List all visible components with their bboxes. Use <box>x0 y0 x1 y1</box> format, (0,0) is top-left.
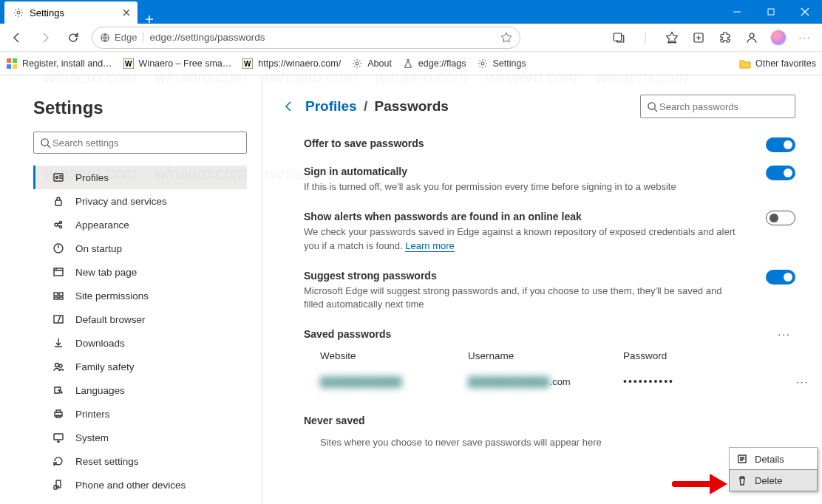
trash-icon <box>737 475 747 486</box>
svg-rect-1 <box>768 9 774 15</box>
setting-desc: We check your passwords saved in Edge ag… <box>304 225 736 253</box>
sidebar-item-profiles[interactable]: Profiles <box>33 166 247 189</box>
bookmarks-bar: Register, install and… WWinaero – Free s… <box>0 52 822 75</box>
sidebar-item-label: Reset settings <box>75 456 139 467</box>
saved-passwords-more-button[interactable]: ··· <box>773 328 795 340</box>
sidebar-item-reset-settings[interactable]: Reset settings <box>33 449 247 473</box>
avatar[interactable] <box>766 27 791 49</box>
breadcrumb-back-icon[interactable] <box>283 101 295 112</box>
vertical-divider <box>633 27 658 49</box>
sidebar-item-appearance[interactable]: Appearance <box>33 213 247 236</box>
back-button[interactable] <box>4 27 30 49</box>
svg-rect-25 <box>54 268 63 276</box>
gear-icon <box>477 58 489 69</box>
inprivate-icon[interactable] <box>606 27 631 49</box>
cell-password: •••••••••• <box>623 375 674 387</box>
bookmark-item[interactable]: WWinaero – Free sma… <box>123 58 232 69</box>
passwords-search[interactable] <box>640 95 795 118</box>
nav-icon <box>52 432 65 443</box>
sidebar-item-on-startup[interactable]: On startup <box>33 236 247 260</box>
table-row[interactable]: ████████████ ████████████.com ••••••••••… <box>320 369 795 394</box>
svg-text:W: W <box>125 60 132 68</box>
other-favorites[interactable]: Other favorites <box>739 58 816 69</box>
setting-desc: Microsoft Edge will suggest strong passw… <box>304 285 736 313</box>
svg-rect-20 <box>55 200 61 205</box>
row-more-button[interactable]: ··· <box>796 376 809 387</box>
sidebar-item-downloads[interactable]: Downloads <box>33 331 247 355</box>
address-bar[interactable]: Edge edge://settings/passwords <box>92 27 520 49</box>
svg-rect-9 <box>7 64 11 69</box>
sidebar-item-languages[interactable]: Languages <box>33 378 247 402</box>
refresh-button[interactable] <box>61 27 86 49</box>
passwords-search-input[interactable] <box>658 101 789 113</box>
sidebar-item-family-safety[interactable]: Family safety <box>33 355 247 378</box>
maximize-button[interactable] <box>754 0 788 24</box>
sidebar-item-privacy-and-services[interactable]: Privacy and services <box>33 189 247 213</box>
offer-save-toggle[interactable] <box>766 137 795 152</box>
sidebar-item-printers[interactable]: Printers <box>33 402 247 426</box>
nav-icon <box>52 384 65 396</box>
bookmark-item[interactable]: Settings <box>477 58 526 69</box>
auto-signin-toggle[interactable] <box>766 166 795 180</box>
svg-rect-10 <box>13 64 17 69</box>
profile-icon[interactable] <box>739 27 764 49</box>
svg-point-32 <box>59 364 62 367</box>
app-menu-button[interactable]: ··· <box>792 27 818 49</box>
svg-rect-3 <box>614 33 622 41</box>
sidebar-item-new-tab-page[interactable]: New tab page <box>33 260 247 284</box>
window-close-button[interactable] <box>788 0 822 24</box>
bookmark-item[interactable]: Whttps://winaero.com/ <box>242 58 341 69</box>
sidebar-item-label: Default browser <box>75 314 146 325</box>
toolbar: Edge edge://settings/passwords ··· <box>0 24 822 52</box>
setting-desc: If this is turned off, we'll ask you for… <box>304 180 736 194</box>
minimize-button[interactable] <box>720 0 754 24</box>
collections-icon[interactable] <box>686 27 711 49</box>
sidebar-item-site-permissions[interactable]: Site permissions <box>33 284 247 307</box>
svg-rect-37 <box>54 434 63 440</box>
svg-rect-8 <box>13 58 17 63</box>
favorite-star-icon[interactable] <box>500 32 512 44</box>
nav-icon <box>52 479 65 491</box>
leak-alerts-toggle[interactable] <box>766 211 795 225</box>
tab-close-icon[interactable] <box>123 9 130 16</box>
svg-point-39 <box>58 486 59 487</box>
svg-point-17 <box>41 138 48 145</box>
sidebar-item-label: Profiles <box>75 172 109 183</box>
suggest-toggle[interactable] <box>766 270 795 285</box>
sidebar-item-label: On startup <box>75 243 122 254</box>
svg-point-31 <box>55 364 59 367</box>
search-input[interactable] <box>51 137 240 149</box>
site-identity[interactable]: Edge <box>100 32 143 43</box>
sidebar-item-system[interactable]: System <box>33 426 247 449</box>
cell-username: ████████████.com <box>468 376 623 387</box>
sidebar-search[interactable] <box>33 132 247 154</box>
context-details[interactable]: Details <box>730 448 817 470</box>
sidebar-item-phone-and-other-devices[interactable]: Phone and other devices <box>33 473 247 497</box>
nav-icon <box>52 266 65 278</box>
nav-icon <box>52 313 65 325</box>
browser-tab[interactable]: Settings <box>4 1 137 24</box>
sidebar-item-label: Downloads <box>75 338 125 349</box>
nav-icon <box>52 455 65 467</box>
favorites-icon[interactable] <box>659 27 685 49</box>
learn-more-link[interactable]: Learn more <box>405 240 454 252</box>
svg-rect-29 <box>59 297 63 299</box>
context-delete[interactable]: Delete <box>729 469 818 491</box>
svg-point-16 <box>481 62 484 65</box>
sidebar-item-default-browser[interactable]: Default browser <box>33 307 247 331</box>
sidebar-item-label: New tab page <box>75 267 137 278</box>
new-tab-button[interactable] <box>137 15 161 24</box>
breadcrumb-profiles-link[interactable]: Profiles <box>305 98 357 114</box>
tab-title: Settings <box>30 7 64 18</box>
extensions-icon[interactable] <box>713 27 738 49</box>
gear-icon <box>13 7 24 18</box>
bookmark-item[interactable]: edge://flags <box>402 58 466 69</box>
url-text: edge://settings/passwords <box>149 32 265 43</box>
bookmark-item[interactable]: About <box>351 58 392 69</box>
sidebar-item-label: Languages <box>75 385 125 396</box>
nav-icon <box>52 361 65 372</box>
col-password: Password <box>623 350 667 361</box>
svg-rect-27 <box>59 293 63 296</box>
cell-website: ████████████ <box>320 376 468 387</box>
bookmark-item[interactable]: Register, install and… <box>6 58 112 69</box>
